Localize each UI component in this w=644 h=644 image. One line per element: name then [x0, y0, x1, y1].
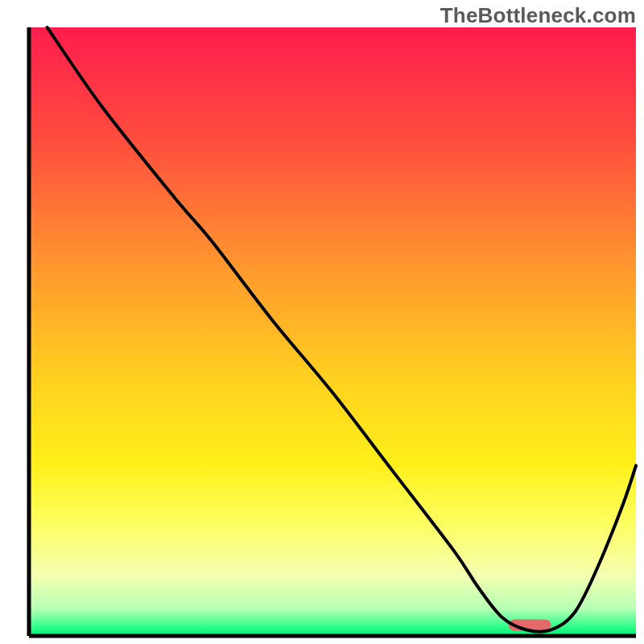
- chart-stage: TheBottleneck.com: [0, 0, 644, 644]
- bottleneck-chart: [0, 0, 644, 644]
- watermark-text: TheBottleneck.com: [440, 3, 636, 28]
- plot-background: [29, 27, 636, 636]
